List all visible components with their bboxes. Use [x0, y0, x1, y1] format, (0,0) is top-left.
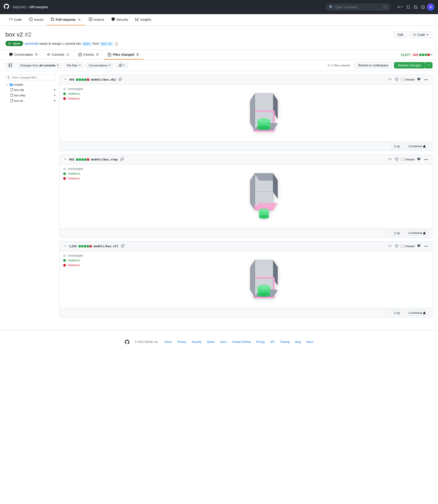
- viewed-input-1[interactable]: [401, 78, 404, 81]
- source-branch[interactable]: box-v2: [100, 42, 113, 46]
- nav-security[interactable]: Security: [108, 14, 132, 25]
- more-btn-2[interactable]: •••: [423, 157, 429, 162]
- pull-request-icon-btn[interactable]: [412, 4, 419, 10]
- nav-pull-requests[interactable]: Pull requests 1: [47, 14, 85, 25]
- view-combined-btn-2[interactable]: Combined: [405, 230, 429, 235]
- nav-code[interactable]: Code: [5, 14, 25, 25]
- review-changes-button[interactable]: Review changes: [394, 62, 425, 68]
- legend-label-unchanged-3: Unchanged: [68, 254, 83, 257]
- review-changes-dropdown[interactable]: [425, 62, 433, 68]
- footer-contact[interactable]: Contact GitHub: [232, 340, 251, 344]
- sidebar-toggle-button[interactable]: [5, 62, 15, 68]
- settings-button[interactable]: [116, 63, 128, 68]
- diff-file-bar-3: [78, 245, 92, 247]
- warning-icon-1: [423, 145, 426, 148]
- tree-file-box-stl[interactable]: box.stl +: [5, 98, 56, 103]
- tree-file-box-step[interactable]: box.step +: [5, 92, 56, 98]
- svg-point-20: [259, 215, 269, 219]
- footer-pricing[interactable]: Pricing: [256, 340, 265, 344]
- view-raw-btn-2[interactable]: [394, 157, 399, 162]
- comment-btn-1[interactable]: [416, 77, 421, 82]
- copy-branch-button[interactable]: 📋: [114, 42, 119, 45]
- global-search[interactable]: 🔍 Type / to search /: [326, 4, 390, 10]
- footer-privacy[interactable]: Privacy: [177, 340, 186, 344]
- view-2up-btn-1[interactable]: 2-up: [391, 144, 403, 149]
- tree-file-add-2[interactable]: +: [54, 93, 56, 97]
- terminal-button[interactable]: [405, 4, 412, 10]
- tree-file-add-1[interactable]: +: [54, 88, 56, 92]
- footer-blog[interactable]: Blog: [295, 340, 301, 344]
- footer-status[interactable]: Status: [207, 340, 215, 344]
- edit-button[interactable]: Edit: [394, 32, 407, 38]
- changes-from-button[interactable]: Changes from all commits: [17, 63, 62, 68]
- footer-github-logo: [125, 340, 129, 344]
- tree-file-box-obj[interactable]: box.obj +: [5, 87, 56, 92]
- diff-collapse-btn-3[interactable]: [63, 244, 67, 248]
- diff-file-bar-2: [76, 158, 89, 161]
- github-logo[interactable]: [4, 4, 9, 11]
- repo-link[interactable]: diff-samples: [29, 5, 48, 9]
- view-raw-btn-3[interactable]: [394, 243, 399, 249]
- more-btn-1[interactable]: •••: [423, 77, 429, 82]
- copy-filename-btn-1[interactable]: [118, 77, 123, 82]
- view-2up-btn-2[interactable]: 2-up: [391, 230, 403, 235]
- copy-filename-btn-2[interactable]: [120, 157, 125, 162]
- target-branch[interactable]: main: [82, 42, 92, 46]
- nav-pr-label: Pull requests: [56, 18, 76, 22]
- copy-filename-btn-3[interactable]: [120, 243, 125, 249]
- create-new-button[interactable]: [395, 4, 404, 10]
- diff-collapse-btn-2[interactable]: [63, 157, 67, 162]
- view-raw-btn-1[interactable]: [394, 77, 399, 82]
- viewed-checkbox-3[interactable]: Viewed: [401, 245, 415, 248]
- footer-api[interactable]: API: [270, 340, 274, 344]
- search-shortcut: /: [383, 5, 387, 9]
- legend-label-additions-1: Additions: [68, 92, 80, 95]
- conversations-label: Conversations: [89, 64, 108, 67]
- comment-btn-3[interactable]: [416, 243, 421, 249]
- tree-folder-models: models box.obj + box.step + box.st: [5, 82, 56, 103]
- view-code-btn-1[interactable]: [387, 77, 392, 82]
- viewed-input-2[interactable]: [401, 158, 404, 161]
- footer-security[interactable]: Security: [192, 340, 201, 344]
- more-btn-3[interactable]: •••: [423, 243, 429, 249]
- svg-marker-2: [255, 94, 273, 112]
- additions-count: +2,277: [400, 53, 410, 56]
- conversations-button[interactable]: Conversations: [86, 63, 114, 68]
- tree-folder-header[interactable]: models: [5, 82, 56, 87]
- svg-marker-24: [255, 260, 273, 279]
- code-button[interactable]: Code: [409, 32, 433, 38]
- diff-stats: +2,277 −320: [400, 53, 433, 56]
- legend-additions-1: Additions: [63, 92, 83, 95]
- user-avatar[interactable]: P: [427, 3, 434, 11]
- view-2up-btn-3[interactable]: 2-up: [391, 310, 403, 315]
- comment-btn-2[interactable]: [416, 157, 421, 162]
- view-combined-btn-1[interactable]: Combined: [405, 144, 429, 149]
- viewed-input-3[interactable]: [401, 245, 404, 248]
- nav-insights[interactable]: Insights: [132, 14, 155, 25]
- view-code-btn-3[interactable]: [387, 243, 392, 249]
- view-combined-btn-3[interactable]: Combined: [405, 310, 429, 315]
- footer-training[interactable]: Training: [280, 340, 290, 344]
- footer-terms[interactable]: Terms: [164, 340, 172, 344]
- tab-checks[interactable]: Checks 0: [75, 50, 103, 60]
- pr-author-link[interactable]: pierremtb: [25, 42, 38, 45]
- file-tree-search-input[interactable]: [12, 76, 54, 79]
- review-codespace-button[interactable]: Review in codespace: [354, 62, 392, 68]
- file-filter-button[interactable]: File filter: [64, 63, 84, 68]
- diff-collapse-btn-1[interactable]: [63, 77, 67, 82]
- footer-docs[interactable]: Docs: [220, 340, 227, 344]
- footer-about[interactable]: About: [306, 340, 313, 344]
- nav-actions[interactable]: Actions: [85, 14, 108, 25]
- file-tree-search-wrap[interactable]: [5, 75, 56, 80]
- tab-files-changed[interactable]: Files changed 3: [104, 50, 143, 60]
- tree-file-add-3[interactable]: +: [54, 99, 56, 103]
- tab-conversation[interactable]: Conversation 0: [5, 50, 42, 60]
- view-code-btn-2[interactable]: [387, 157, 392, 162]
- viewed-checkbox-2[interactable]: Viewed: [401, 158, 415, 161]
- inbox-button[interactable]: [420, 4, 426, 10]
- nav-issues[interactable]: Issues: [25, 14, 47, 25]
- viewed-checkbox-1[interactable]: Viewed: [401, 78, 415, 81]
- org-link[interactable]: KittyCAD: [13, 5, 26, 9]
- chevron-down-icon: [56, 64, 59, 67]
- tab-commits[interactable]: Commits 1: [43, 50, 74, 60]
